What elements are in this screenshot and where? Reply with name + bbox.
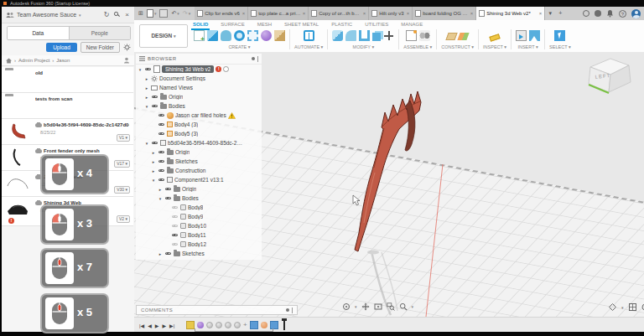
timeline-add-icon[interactable]: + bbox=[242, 322, 248, 328]
browser-menu-icon[interactable] bbox=[139, 56, 145, 61]
move-icon[interactable] bbox=[383, 30, 394, 41]
close-icon[interactable]: × bbox=[242, 11, 246, 16]
search-icon[interactable] bbox=[114, 12, 120, 18]
shell-icon[interactable] bbox=[359, 30, 370, 41]
activate-radio-icon[interactable] bbox=[223, 66, 229, 72]
layout-grid-icon[interactable] bbox=[629, 303, 636, 311]
visibility-eye-icon[interactable] bbox=[171, 214, 179, 220]
measure-icon[interactable] bbox=[489, 34, 500, 41]
insert-group-label[interactable]: INSERT ▾ bbox=[517, 44, 538, 49]
pattern-icon[interactable] bbox=[247, 30, 258, 41]
modify-group-label[interactable]: MODIFY ▾ bbox=[353, 44, 375, 49]
doc-tab-copy-of[interactable]: Copy of or...th bomb v3× bbox=[309, 7, 369, 20]
tab-data[interactable]: Data bbox=[8, 27, 70, 39]
version-badge[interactable]: V17 ▾ bbox=[114, 160, 130, 168]
timeline-go-start-button[interactable]: |◀ bbox=[139, 323, 144, 328]
automate-icon[interactable] bbox=[304, 30, 314, 41]
doc-tab-board-folding[interactable]: board folding OG v74*× bbox=[413, 7, 476, 20]
expand-arrow[interactable]: ▸ bbox=[144, 85, 149, 90]
expand-arrow[interactable]: ▾ bbox=[144, 104, 149, 109]
joint-icon[interactable] bbox=[419, 30, 430, 41]
canvas-icon[interactable] bbox=[529, 30, 540, 41]
create-group-label[interactable]: CREATE ▾ bbox=[228, 44, 250, 49]
gear-icon[interactable] bbox=[123, 44, 131, 51]
create-mesh-icon[interactable] bbox=[274, 30, 285, 41]
team-selector[interactable]: Team Awesome Sauce ▾ ↻ × bbox=[2, 7, 134, 23]
mesh-model[interactable] bbox=[355, 91, 421, 251]
tree-item-label[interactable]: Body9 bbox=[188, 214, 203, 220]
visibility-eye-icon[interactable] bbox=[151, 94, 158, 100]
visibility-eye-icon[interactable] bbox=[158, 112, 165, 118]
design-workspace-selector[interactable]: DESIGN ▾ bbox=[139, 24, 188, 48]
tree-item-label[interactable]: Body8 bbox=[188, 204, 203, 210]
insert-mesh-icon[interactable] bbox=[516, 30, 527, 41]
new-component-icon[interactable] bbox=[406, 30, 417, 41]
item-name[interactable]: tests from scan bbox=[35, 96, 129, 101]
timeline-play-button[interactable]: ▶ bbox=[155, 323, 159, 328]
tree-root-shining-3d-web[interactable]: Shining 3d Web v2 bbox=[162, 65, 214, 73]
new-tab-button[interactable]: + bbox=[555, 7, 565, 20]
fit-view-icon[interactable] bbox=[374, 302, 382, 311]
doc-tab-top-plate[interactable]: top plate c...a print v6*× bbox=[248, 7, 309, 20]
list-item-folder-old[interactable]: old bbox=[2, 67, 133, 93]
3d-viewport[interactable]: LEFT BROWSER ▾ Shining 3d Web v2 ! ▸ D bbox=[134, 52, 644, 317]
chevron-down-icon[interactable]: ▾ bbox=[621, 305, 624, 310]
expand-arrow[interactable]: ▾ bbox=[138, 67, 143, 72]
close-icon[interactable]: × bbox=[470, 11, 474, 16]
select-group-label[interactable]: SELECT ▾ bbox=[549, 44, 571, 49]
select-icon[interactable] bbox=[554, 30, 565, 41]
inspect-group-label[interactable]: INSPECT ▾ bbox=[483, 44, 506, 49]
press-pull-icon[interactable] bbox=[332, 30, 343, 41]
expand-arrow[interactable]: ▸ bbox=[151, 168, 156, 173]
tab-people[interactable]: People bbox=[70, 27, 131, 39]
bell-icon[interactable] bbox=[606, 9, 614, 18]
create-sketch-icon[interactable] bbox=[194, 30, 205, 41]
breadcrumb-folder[interactable]: Jason bbox=[56, 58, 70, 63]
tree-item-label[interactable]: Origin bbox=[175, 149, 190, 155]
timeline-feature-icon[interactable] bbox=[206, 322, 213, 328]
visibility-eye-icon[interactable] bbox=[158, 168, 165, 173]
home-icon[interactable] bbox=[6, 58, 12, 64]
visibility-eye-icon[interactable] bbox=[151, 140, 158, 146]
close-icon[interactable]: × bbox=[407, 11, 410, 16]
visibility-eye-icon[interactable] bbox=[164, 251, 172, 256]
timeline-step-back-button[interactable]: ◀ bbox=[148, 323, 152, 328]
visibility-eye-icon[interactable] bbox=[151, 103, 158, 109]
zoom-window-icon[interactable] bbox=[387, 302, 395, 311]
orbit-icon[interactable] bbox=[342, 302, 351, 311]
tree-item-label[interactable]: Bodies bbox=[169, 103, 185, 109]
loft-icon[interactable] bbox=[221, 30, 231, 41]
team-name[interactable]: Team Awesome Sauce bbox=[17, 12, 76, 18]
tree-item-label[interactable]: Construction bbox=[175, 168, 206, 173]
visibility-eye-icon[interactable] bbox=[171, 232, 179, 238]
timeline-feature-icon[interactable] bbox=[234, 322, 241, 328]
file-menu-icon[interactable]: ▾ bbox=[147, 9, 157, 18]
visibility-eye-icon[interactable] bbox=[158, 131, 165, 137]
doc-tab-clip-for-ends[interactable]: Clip for ends v6× bbox=[195, 7, 248, 20]
undo-icon[interactable]: ↶▾ bbox=[171, 10, 179, 17]
visibility-eye-icon[interactable] bbox=[164, 195, 172, 201]
collapse-handle[interactable] bbox=[292, 308, 293, 313]
create-form-icon[interactable] bbox=[261, 30, 272, 41]
tree-item-label[interactable]: Sketches bbox=[175, 158, 198, 164]
version-badge[interactable]: V2 ▾ bbox=[117, 215, 130, 223]
zoom-icon[interactable] bbox=[399, 302, 408, 311]
save-icon[interactable] bbox=[159, 9, 168, 18]
timeline-position-marker[interactable] bbox=[283, 318, 285, 330]
expand-arrow[interactable]: ▸ bbox=[144, 95, 149, 100]
expand-arrow[interactable]: ▾ bbox=[158, 196, 163, 201]
view-cube[interactable]: LEFT bbox=[584, 52, 636, 101]
comments-bar[interactable]: COMMENTS bbox=[136, 305, 298, 315]
chevron-down-icon[interactable]: ▾ bbox=[355, 304, 357, 309]
tree-item-label[interactable]: Origin bbox=[182, 186, 196, 192]
pan-icon[interactable] bbox=[361, 302, 370, 311]
close-icon[interactable]: × bbox=[363, 11, 366, 16]
member-settings-icon[interactable] bbox=[123, 57, 130, 64]
tree-item-label[interactable]: b5d04e36-5f94-4609-85dc-2c142... bbox=[168, 140, 245, 146]
avatar[interactable] bbox=[631, 9, 641, 18]
visibility-eye-icon[interactable] bbox=[158, 121, 165, 127]
grid-snap-icon[interactable] bbox=[641, 303, 644, 311]
item-name[interactable]: Front fender only mesh bbox=[35, 148, 129, 153]
tree-item-label[interactable]: Origin bbox=[169, 94, 183, 100]
timeline-go-end-button[interactable]: ▶| bbox=[169, 323, 174, 328]
